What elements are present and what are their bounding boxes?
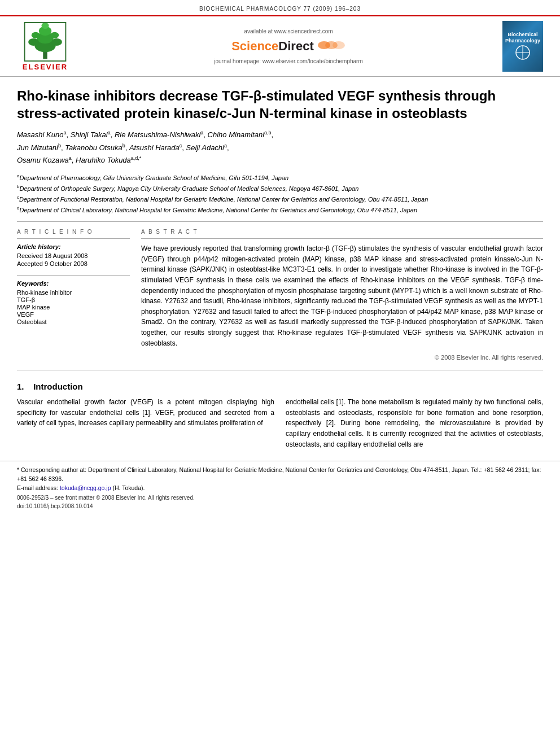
author-harada: Atsushi Harada bbox=[129, 143, 180, 152]
svg-point-7 bbox=[32, 32, 40, 38]
cover-image: Biochemical Pharmacology bbox=[502, 21, 543, 72]
svg-point-12 bbox=[333, 41, 345, 49]
keywords-label: Keywords: bbox=[17, 280, 130, 287]
intro-text-right: endothelial cells [1]. The bone metaboli… bbox=[286, 397, 543, 449]
author-kozawa: Osamu Kozawa bbox=[17, 156, 69, 165]
cover-graphic-icon bbox=[511, 44, 534, 61]
keywords-section: Keywords: Rho-kinase inhibitor TGF-β MAP… bbox=[17, 275, 130, 325]
copyright-line: © 2008 Elsevier Inc. All rights reserved… bbox=[141, 354, 543, 361]
author-tokuda: Haruhiko Tokuda bbox=[76, 156, 131, 165]
intro-title: Introduction bbox=[33, 382, 82, 391]
keyword-1: Rho-kinase inhibitor bbox=[17, 289, 130, 296]
divider-1 bbox=[17, 221, 543, 222]
article-info-col: A R T I C L E I N F O Article history: R… bbox=[17, 229, 130, 361]
svg-point-5 bbox=[28, 38, 39, 45]
article-info-divider bbox=[17, 238, 130, 239]
elsevier-tree-icon bbox=[23, 22, 68, 62]
available-text: available at www.sciencedirect.com bbox=[79, 28, 498, 34]
footer: * Corresponding author at: Department of… bbox=[0, 461, 560, 509]
article-body: Rho-kinase inhibitors decrease TGF-β-sti… bbox=[0, 87, 560, 449]
affiliation-a: aDepartment of Pharmacology, Gifu Univer… bbox=[17, 173, 543, 182]
abstract-text: We have previously reported that transfo… bbox=[141, 243, 543, 348]
author-mizutani: Jun Mizutani bbox=[17, 143, 58, 152]
author-minamitani: Chiho Minamitani bbox=[208, 131, 264, 139]
sciencedirect-logo: ScienceDirect bbox=[231, 39, 345, 54]
intro-heading: 1. Introduction bbox=[17, 382, 543, 391]
footer-doi-2: doi:10.1016/j.bcp.2008.10.014 bbox=[17, 503, 543, 509]
cover-title: Biochemical Pharmacology bbox=[505, 32, 540, 44]
introduction-section: 1. Introduction Vascular endothelial gro… bbox=[17, 382, 543, 449]
abstract-label: A B S T R A C T bbox=[141, 229, 543, 235]
svg-rect-0 bbox=[43, 51, 47, 59]
sd-direct-text: Direct bbox=[278, 39, 313, 53]
affiliation-d: dDepartment of Clinical Laboratory, Nati… bbox=[17, 205, 543, 215]
corresponding-author: * Corresponding author at: Department of… bbox=[17, 466, 543, 484]
intro-two-col: Vascular endothelial growth factor (VEGF… bbox=[17, 397, 543, 449]
keyword-4: VEGF bbox=[17, 311, 130, 318]
center-banner: available at www.sciencedirect.com Scien… bbox=[79, 28, 498, 64]
top-banner: ELSEVIER available at www.sciencedirect.… bbox=[0, 15, 560, 77]
sd-science-text: Science bbox=[231, 39, 278, 53]
svg-point-4 bbox=[41, 22, 49, 28]
elsevier-logo: ELSEVIER bbox=[11, 22, 79, 71]
affiliation-c: cDepartment of Functional Restoration, N… bbox=[17, 194, 543, 204]
email-link[interactable]: tokuda@ncgg.go.jp bbox=[60, 484, 111, 491]
page: BIOCHEMICAL PHARMACOLOGY 77 (2009) 196–2… bbox=[0, 0, 560, 747]
article-info-label: A R T I C L E I N F O bbox=[17, 229, 130, 235]
author-matsushima: Rie Matsushima-Nishiwaki bbox=[115, 131, 200, 139]
accepted-date: Accepted 9 October 2008 bbox=[17, 260, 130, 267]
abstract-divider bbox=[141, 238, 543, 239]
intro-col-left: Vascular endothelial growth factor (VEGF… bbox=[17, 397, 274, 449]
keywords-divider bbox=[17, 275, 130, 276]
intro-number: 1. bbox=[17, 382, 24, 391]
keyword-3: MAP kinase bbox=[17, 304, 130, 311]
author-takai: Shinji Takai bbox=[71, 131, 108, 139]
email-label: E-mail address: bbox=[17, 484, 58, 491]
svg-point-8 bbox=[50, 32, 59, 38]
article-info-abstract: A R T I C L E I N F O Article history: R… bbox=[17, 229, 543, 361]
journal-citation: BIOCHEMICAL PHARMACOLOGY 77 (2009) 196–2… bbox=[199, 6, 361, 12]
keyword-5: Osteoblast bbox=[17, 318, 130, 325]
email-line: E-mail address: tokuda@ncgg.go.jp (H. To… bbox=[17, 484, 543, 493]
corresponding-label: * Corresponding author at: bbox=[17, 466, 86, 473]
author-otsuka: Takanobu Otsuka bbox=[65, 143, 122, 152]
keyword-2: TGF-β bbox=[17, 296, 130, 303]
intro-col-right: endothelial cells [1]. The bone metaboli… bbox=[286, 397, 543, 449]
author-kuno: Masashi Kuno bbox=[17, 131, 63, 139]
svg-point-6 bbox=[51, 38, 62, 45]
email-suffix: (H. Tokuda). bbox=[112, 484, 145, 491]
article-title: Rho-kinase inhibitors decrease TGF-β-sti… bbox=[17, 87, 543, 122]
author-adachi: Seiji Adachi bbox=[186, 143, 224, 152]
received-date: Received 18 August 2008 bbox=[17, 252, 130, 259]
intro-text-left: Vascular endothelial growth factor (VEGF… bbox=[17, 397, 274, 429]
history-label: Article history: bbox=[17, 243, 130, 250]
affiliations: aDepartment of Pharmacology, Gifu Univer… bbox=[17, 173, 543, 215]
affiliation-b: bDepartment of Orthopedic Surgery, Nagoy… bbox=[17, 184, 543, 193]
corresponding-text: Department of Clinical Laboratory, Natio… bbox=[17, 466, 541, 482]
abstract-col: A B S T R A C T We have previously repor… bbox=[141, 229, 543, 361]
sd-leaf-icon bbox=[317, 40, 345, 50]
authors-line: Masashi Kunoa, Shinji Takaia, Rie Matsus… bbox=[17, 129, 543, 167]
elsevier-text: ELSEVIER bbox=[23, 63, 68, 71]
journal-cover: Biochemical Pharmacology bbox=[498, 21, 543, 72]
divider-2 bbox=[17, 370, 543, 370]
footer-doi-1: 0006-2952/$ – see front matter © 2008 El… bbox=[17, 495, 543, 501]
journal-header: BIOCHEMICAL PHARMACOLOGY 77 (2009) 196–2… bbox=[0, 0, 560, 15]
journal-homepage: journal homepage: www.elsevier.com/locat… bbox=[79, 58, 498, 64]
